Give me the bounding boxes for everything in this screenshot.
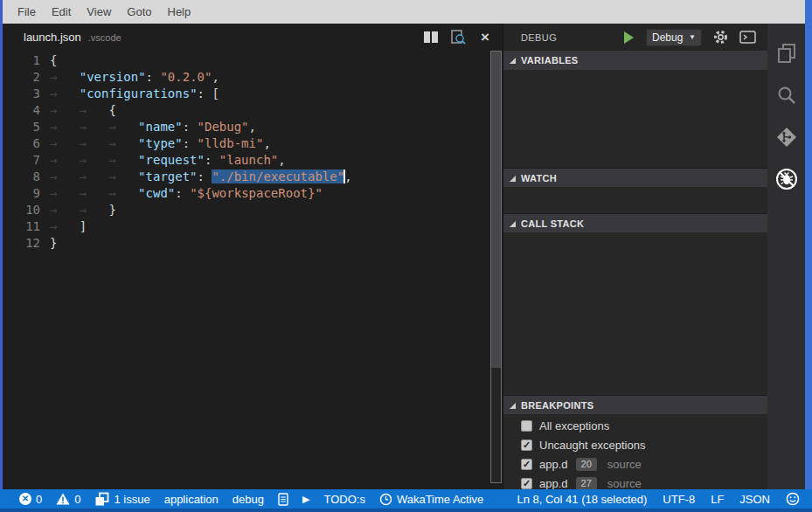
menu-edit[interactable]: Edit [44,0,79,24]
play-icon: ▶ [302,494,309,505]
section-variables[interactable]: VARIABLES [503,51,767,70]
eol-item[interactable]: LF [711,493,724,506]
code-line[interactable]: 10→→} [3,202,490,218]
breakpoint-label: All exceptions [539,419,609,432]
code-token: "configurations" [80,86,198,100]
feedback-smiley-icon[interactable] [786,492,800,506]
tab-whitespace-icon: → [50,202,80,218]
tab-whitespace-icon: → [80,152,109,169]
editor-scrollbar[interactable] [490,51,502,483]
breakpoint-row[interactable]: ✓app.d27source [503,474,767,489]
line-number[interactable]: 9 [3,185,40,202]
code-token: : [198,170,212,183]
check-icon: ✓ [523,479,531,488]
checkbox-checked[interactable]: ✓ [521,439,532,451]
code-token: : [146,70,161,84]
code-token: "type" [138,136,183,150]
issues-item[interactable]: 1 issue [94,492,149,507]
line-number[interactable]: 4 [3,102,40,119]
breakpoint-source-label: source [607,458,642,471]
code-line[interactable]: 6→→→"type": "lldb-mi", [3,135,490,152]
breakpoint-row[interactable]: ✓app.d20source [503,454,767,474]
breakpoint-row[interactable]: All exceptions [503,416,767,435]
language-mode-item[interactable]: JSON [739,493,770,506]
split-editor-icon[interactable] [422,29,440,46]
warning-count[interactable]: 0 [56,493,80,506]
tab-whitespace-icon: → [50,86,80,102]
variables-content[interactable] [503,70,767,168]
code-line[interactable]: 12} [3,235,490,252]
tab-whitespace-icon: → [80,185,109,202]
call-stack-content[interactable] [503,232,767,395]
gear-icon[interactable] [713,30,728,45]
run-task-item[interactable]: ▶ [302,494,309,505]
open-preview-icon[interactable] [449,29,467,46]
code-line[interactable]: 3→"configurations": [ [3,86,490,102]
code-token: : [205,153,219,167]
tab-whitespace-icon: → [80,102,109,119]
line-number[interactable]: 8 [3,169,40,185]
code-line[interactable]: 1{ [3,52,490,69]
line-number[interactable]: 10 [3,202,40,218]
editor-actions: × [422,29,494,46]
line-number[interactable]: 6 [3,135,40,152]
source-control-icon[interactable] [767,116,805,158]
tab-filename[interactable]: launch.json [24,31,81,44]
menu-help[interactable]: Help [160,0,199,24]
code-token: "version" [80,70,146,84]
start-debug-button[interactable] [624,31,634,44]
code-token: "${workspaceRoot}" [190,186,323,200]
breakpoint-row[interactable]: ✓Uncaught exceptions [503,435,767,454]
code-line[interactable]: 8→→→"target": "./bin/executable", [3,169,490,185]
line-number[interactable]: 11 [3,218,40,235]
checkbox-unchecked[interactable] [521,420,532,432]
section-call-stack[interactable]: CALL STACK [503,213,767,232]
breakpoint-label: app.d [539,477,568,490]
debug-icon[interactable] [767,158,805,200]
code-token: } [50,236,57,250]
debug-mode-item[interactable]: debug [232,493,264,506]
cursor-position[interactable]: Ln 8, Col 41 (18 selected) [517,493,647,506]
line-number[interactable]: 2 [3,69,40,86]
checkbox-checked[interactable]: ✓ [521,459,532,470]
error-icon: ✕ [19,493,31,505]
menu-view[interactable]: View [79,0,119,24]
scrollbar-thumb[interactable] [491,52,501,368]
tab-whitespace-icon: → [50,218,80,235]
menu-file[interactable]: File [10,0,44,24]
explorer-icon[interactable] [767,32,805,74]
line-number[interactable]: 5 [3,119,40,135]
code-line[interactable]: 9→→→"cwd": "${workspaceRoot}" [3,185,490,202]
close-icon[interactable]: × [476,29,494,46]
code-line[interactable]: 7→→→"request": "launch", [3,152,490,169]
section-breakpoints[interactable]: BREAKPOINTS [503,395,767,414]
debug-config-dropdown[interactable]: Debug ▼ [646,29,702,46]
code-token: : [183,136,198,150]
code-line[interactable]: 2→"version": "0.2.0", [3,69,490,86]
error-count[interactable]: ✕ 0 [19,493,42,506]
code-token: : [175,186,190,200]
line-number[interactable]: 3 [3,86,40,102]
check-icon: ✓ [523,440,531,450]
section-watch[interactable]: WATCH [503,168,767,187]
line-number[interactable]: 12 [3,235,40,252]
checkbox-checked[interactable]: ✓ [521,478,532,489]
code-line[interactable]: 11→] [3,218,490,235]
search-icon[interactable] [767,74,805,116]
document-icon[interactable] [278,493,288,506]
code-token: "Debug" [198,120,249,134]
breakpoint-label: app.d [539,458,568,471]
tab-whitespace-icon: → [50,69,80,86]
line-number[interactable]: 7 [3,152,40,169]
application-item[interactable]: application [164,493,219,506]
code-line[interactable]: 5→→→"name": "Debug", [3,119,490,135]
encoding-item[interactable]: UTF-8 [663,493,695,506]
code-line[interactable]: 4→→{ [3,102,490,119]
todo-item[interactable]: TODO:s [323,493,364,506]
wakatime-item[interactable]: WakaTime Active [379,493,483,506]
code-editor[interactable]: 1{2→"version": "0.2.0",3→"configurations… [3,51,490,489]
debug-console-icon[interactable] [739,31,756,44]
watch-content[interactable] [503,187,767,213]
line-number[interactable]: 1 [3,52,40,69]
menu-goto[interactable]: Goto [119,0,159,24]
